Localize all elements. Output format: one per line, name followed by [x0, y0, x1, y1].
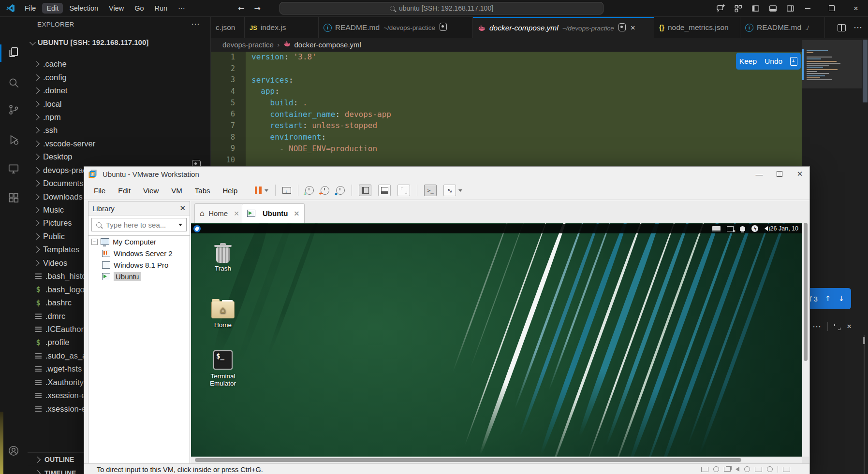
power-manager-icon[interactable]: ϟ — [751, 225, 758, 232]
show-thumbnail-bar-icon[interactable] — [378, 185, 391, 196]
collapse-icon[interactable]: − — [91, 239, 98, 245]
stretch-guest-button[interactable]: ↔ — [443, 185, 462, 196]
library-item-windows-8-1-pro[interactable]: Windows 8.1 Pro — [88, 259, 190, 271]
toggle-panel-icon[interactable] — [767, 3, 778, 14]
extensions-icon[interactable] — [0, 188, 27, 207]
maximize-button[interactable] — [820, 0, 844, 16]
code-line[interactable]: 9 - NODE_ENV=production — [211, 143, 868, 155]
file-tree-item[interactable]: Desktop — [28, 150, 210, 163]
minimize-button[interactable] — [795, 0, 820, 16]
close-button[interactable]: × — [844, 0, 868, 16]
minimap[interactable] — [802, 39, 862, 169]
file-tree-item[interactable]: .config — [28, 71, 210, 84]
code-line[interactable]: 3services: — [211, 74, 868, 86]
printer-icon[interactable] — [755, 467, 762, 472]
desktop-icon-home[interactable]: ⌂Home — [202, 299, 244, 329]
maximize-button[interactable] — [773, 170, 786, 178]
scrollbar-thumb[interactable] — [863, 40, 868, 102]
vm-screen[interactable]: ϟ) 26 Jan, 10 Trash⌂Home$_Terminal Emula… — [191, 223, 802, 457]
file-tree-item[interactable]: .ssh — [28, 124, 210, 137]
vmware-menu-help[interactable]: Help — [223, 187, 238, 195]
revert-snapshot-icon[interactable]: ← — [321, 186, 329, 195]
network-offline-icon[interactable] — [727, 226, 734, 231]
next-match-icon[interactable]: ↓ — [838, 294, 844, 303]
vmware-menu-tabs[interactable]: Tabs — [195, 187, 210, 195]
minimap-slider[interactable] — [802, 40, 862, 88]
vm-tab-home[interactable]: ⌂Home✕ — [194, 203, 245, 223]
previous-match-icon[interactable]: ↑ — [825, 294, 831, 303]
vm-console[interactable]: ϟ) 26 Jan, 10 Trash⌂Home$_Terminal Emula… — [191, 223, 809, 474]
minimize-button[interactable]: — — [752, 170, 766, 178]
maximize-panel-icon[interactable] — [834, 324, 840, 330]
editor-scrollbar[interactable] — [862, 39, 868, 464]
volume-icon[interactable]: ) — [765, 226, 770, 231]
close-tab-icon[interactable]: × — [631, 23, 635, 33]
close-panel-icon[interactable]: × — [847, 322, 852, 331]
close-button[interactable]: ✕ — [793, 170, 807, 178]
notifications-icon[interactable] — [740, 226, 745, 231]
cd-rom-icon[interactable] — [713, 466, 719, 472]
send-ctrl-alt-del-icon[interactable] — [282, 187, 291, 194]
vm-tab-ubuntu[interactable]: Ubuntu✕ — [242, 203, 305, 223]
toggle-sidebar-icon[interactable] — [750, 3, 761, 14]
pinned-icon[interactable] — [440, 23, 447, 33]
vm-horizontal-scrollbar[interactable] — [191, 457, 802, 463]
library-search[interactable]: Type here to sea... — [91, 218, 187, 231]
manage-snapshots-icon[interactable]: ● — [336, 186, 345, 195]
undo-button[interactable]: Undo — [765, 57, 782, 66]
view-file-icon[interactable] — [790, 57, 797, 66]
code-line[interactable]: 5 build: . — [211, 97, 868, 109]
menu-selection[interactable]: Selection — [65, 3, 103, 14]
keyboard-layout-icon[interactable] — [712, 226, 721, 231]
file-tree-item[interactable]: .npm — [28, 111, 210, 124]
keep-button[interactable]: Keep — [739, 57, 757, 66]
desktop-icon-terminal-emulator[interactable]: $_Terminal Emulator — [202, 349, 244, 387]
panel-scrollbar[interactable] — [864, 335, 865, 474]
dropdown-caret-icon[interactable] — [178, 224, 182, 226]
tab-readme-md[interactable]: iREADME.md~/devops-practice — [319, 17, 473, 38]
applications-menu-icon[interactable] — [193, 225, 201, 232]
forward-arrow-icon[interactable]: → — [254, 4, 260, 13]
close-tab-icon[interactable]: ✕ — [234, 210, 239, 217]
split-editor-icon[interactable] — [838, 24, 846, 31]
file-tree-item[interactable]: .vscode-server — [28, 137, 210, 150]
close-library-icon[interactable]: ✕ — [179, 204, 186, 213]
breadcrumb-folder[interactable]: devops-practice — [222, 41, 274, 49]
menu-view[interactable]: View — [104, 3, 128, 14]
file-tree-item[interactable]: .dotnet — [28, 84, 210, 97]
remote-explorer-icon[interactable] — [0, 159, 27, 178]
desktop-icon-trash[interactable]: Trash — [202, 244, 244, 272]
account-icon[interactable] — [0, 441, 27, 460]
code-line[interactable]: 7 restart: unless-stopped — [211, 120, 868, 131]
tab-index-js[interactable]: JSindex.js — [245, 17, 319, 38]
vmware-titlebar[interactable]: Ubuntu - VMware Workstation — ✕ — [84, 167, 809, 181]
vmware-menu-view[interactable]: View — [143, 187, 159, 195]
menu-edit[interactable]: Edit — [42, 3, 63, 14]
command-center-search[interactable]: ubuntu [SSH: 192.168.117.100] — [280, 2, 603, 14]
console-view-icon[interactable]: >_ — [424, 185, 437, 196]
vmware-menu-vm[interactable]: VM — [171, 187, 182, 195]
tab-node-metrics-json[interactable]: {}node_metrics.json — [654, 17, 740, 38]
files-icon[interactable] — [0, 43, 27, 62]
code-line[interactable]: 4 app: — [211, 86, 868, 97]
vm-vertical-scrollbar[interactable] — [802, 223, 809, 457]
explorer-more-actions-icon[interactable]: ⋯ — [191, 19, 200, 29]
menu-file[interactable]: File — [20, 3, 40, 14]
vmware-menu-file[interactable]: File — [94, 187, 105, 195]
code-line[interactable]: 8 environment: — [211, 131, 868, 143]
settings-icon[interactable] — [0, 470, 27, 474]
take-snapshot-icon[interactable]: + — [305, 186, 314, 195]
breadcrumb[interactable]: devops-practice › docker-compose.yml — [211, 38, 868, 51]
run-debug-icon[interactable] — [0, 130, 27, 149]
customize-layout-icon[interactable] — [733, 3, 743, 14]
suspend-button[interactable] — [255, 187, 268, 194]
vmware-menu-edit[interactable]: Edit — [118, 187, 131, 195]
network-adapter-icon[interactable] — [724, 467, 731, 472]
code-line[interactable]: 6 container_name: devops-app — [211, 108, 868, 120]
usb-icon[interactable] — [744, 466, 750, 472]
breadcrumb-file[interactable]: docker-compose.yml — [294, 41, 361, 49]
copilot-chat-icon[interactable] — [715, 3, 726, 14]
workspace-section-header[interactable]: UBUNTU [SSH: 192.168.117.100] — [30, 38, 148, 46]
tab-readme-md[interactable]: iREADME.md./ — [740, 17, 825, 38]
tab-docker-compose-yml[interactable]: docker-compose.yml~/devops-practice× — [473, 17, 654, 38]
